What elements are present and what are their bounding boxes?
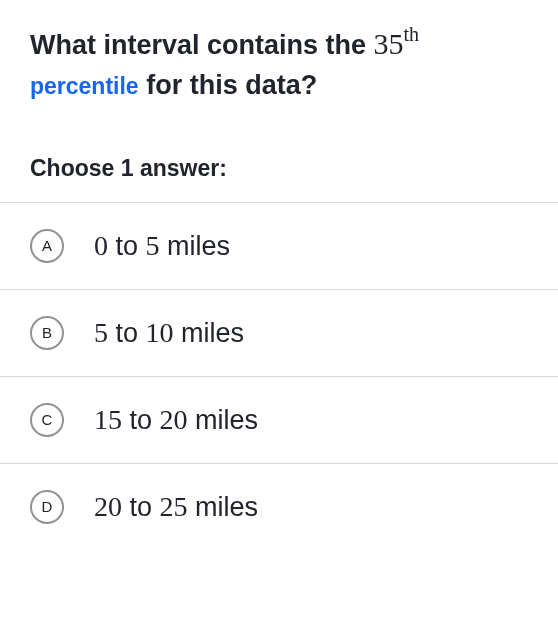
question-text: What interval contains the 35th percenti…: [30, 22, 528, 105]
radio-circle-d[interactable]: D: [30, 490, 64, 524]
choose-label: Choose 1 answer:: [0, 105, 558, 202]
option-c-n1: 15: [94, 404, 122, 435]
question-prefix: What interval contains the: [30, 30, 374, 60]
question-superscript: th: [404, 23, 420, 45]
option-d-n1: 20: [94, 491, 122, 522]
option-a-unit: miles: [160, 231, 231, 261]
option-d-unit: miles: [188, 492, 259, 522]
radio-circle-b[interactable]: B: [30, 316, 64, 350]
option-c[interactable]: C 15 to 20 miles: [0, 377, 558, 464]
radio-letter-d: D: [42, 498, 53, 515]
option-b-mid: to: [108, 318, 146, 348]
option-d-mid: to: [122, 492, 160, 522]
option-b-n2: 10: [146, 317, 174, 348]
option-c-mid: to: [122, 405, 160, 435]
option-text-a: 0 to 5 miles: [94, 230, 230, 262]
option-b[interactable]: B 5 to 10 miles: [0, 290, 558, 377]
option-text-d: 20 to 25 miles: [94, 491, 258, 523]
option-d-n2: 25: [160, 491, 188, 522]
option-a-n2: 5: [146, 230, 160, 261]
option-c-n2: 20: [160, 404, 188, 435]
option-d[interactable]: D 20 to 25 miles: [0, 464, 558, 550]
percentile-link[interactable]: percentile: [30, 73, 139, 99]
question-block: What interval contains the 35th percenti…: [0, 0, 558, 105]
radio-letter-c: C: [42, 411, 53, 428]
option-c-unit: miles: [188, 405, 259, 435]
radio-letter-a: A: [42, 237, 52, 254]
option-b-unit: miles: [174, 318, 245, 348]
option-a-mid: to: [108, 231, 146, 261]
option-text-c: 15 to 20 miles: [94, 404, 258, 436]
options-list: A 0 to 5 miles B 5 to 10 miles C 15 to 2…: [0, 202, 558, 550]
option-text-b: 5 to 10 miles: [94, 317, 244, 349]
question-number: 35: [374, 27, 404, 60]
option-b-n1: 5: [94, 317, 108, 348]
radio-circle-c[interactable]: C: [30, 403, 64, 437]
radio-letter-b: B: [42, 324, 52, 341]
option-a-n1: 0: [94, 230, 108, 261]
radio-circle-a[interactable]: A: [30, 229, 64, 263]
question-suffix: for this data?: [139, 70, 318, 100]
option-a[interactable]: A 0 to 5 miles: [0, 203, 558, 290]
